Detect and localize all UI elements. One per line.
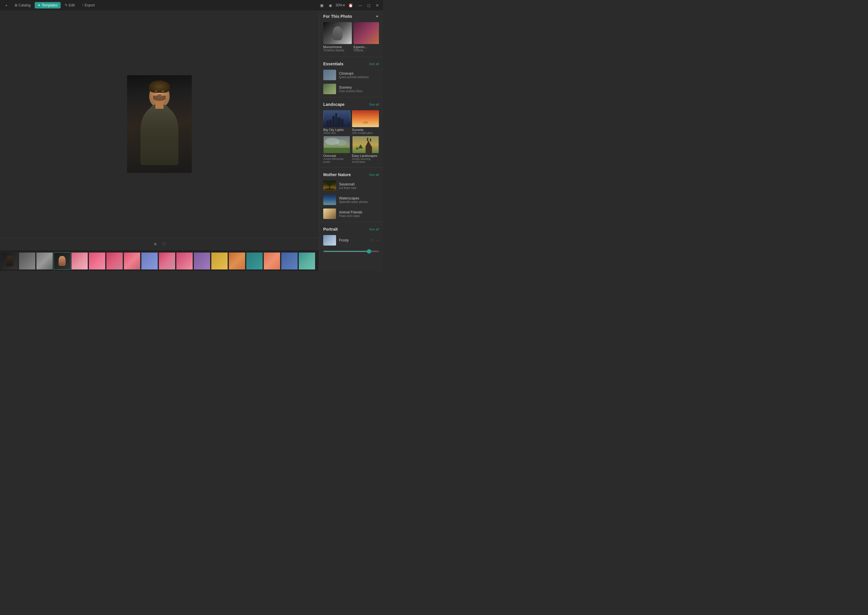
eye-icon: ◉: [329, 3, 332, 8]
close-icon: ✕: [376, 3, 379, 8]
eye-button[interactable]: ◉: [327, 2, 334, 9]
zoom-button[interactable]: 30% ▾: [335, 3, 345, 7]
filmstrip-thumb-6[interactable]: [89, 252, 106, 270]
photo-controls: ✕ ♡: [0, 238, 319, 250]
for-photo-card-monochrome[interactable]: Monochrome Timeless beauty: [323, 22, 352, 52]
clock-icon: ⏰: [348, 3, 353, 8]
waterscapes-desc: Splendid water photos: [339, 200, 379, 203]
filmstrip-thumb-12[interactable]: [193, 252, 210, 270]
star-icon[interactable]: ☆: [378, 23, 379, 27]
divider-3: [319, 167, 383, 168]
filmstrip-thumb-16[interactable]: [263, 252, 281, 270]
restore-button[interactable]: ◻: [366, 2, 372, 9]
close-button[interactable]: ✕: [374, 2, 381, 9]
landscape-see-all[interactable]: See all: [369, 103, 379, 106]
export-icon: ↑: [82, 3, 83, 7]
portrait-header: Portrait See all: [319, 223, 383, 233]
big-city-lights-card[interactable]: Big City Lights Street vibe: [323, 110, 351, 134]
big-city-lights-desc: Street vibe: [323, 131, 351, 134]
scenery-name: Scenery: [339, 86, 379, 89]
monochrome-thumbnail: [323, 22, 352, 44]
monitor-button[interactable]: ▣: [318, 2, 325, 9]
frosty-thumbnail: [323, 235, 336, 245]
favorite-button[interactable]: ♡: [162, 242, 166, 247]
catalog-button[interactable]: ⊞ Catalog: [12, 2, 34, 8]
svg-point-8: [363, 121, 368, 123]
waterscapes-item[interactable]: Waterscapes Splendid water photos: [319, 193, 383, 207]
savannah-desc: Let them roar: [339, 186, 379, 190]
filmstrip-thumb-3[interactable]: [36, 252, 53, 270]
closeups-item[interactable]: Closeups Quick portrait solutions: [319, 68, 383, 82]
frosty-more-button[interactable]: ···: [376, 239, 379, 242]
minimize-button[interactable]: —: [357, 2, 364, 9]
clock-button[interactable]: ⏰: [347, 2, 355, 9]
templates-button[interactable]: ✦ Templates: [35, 2, 61, 8]
photo-area: [0, 11, 319, 238]
mother-nature-see-all[interactable]: See all: [369, 173, 379, 176]
portrait-see-all[interactable]: See all: [369, 228, 379, 231]
right-panel: For This Photo ✦ Monochrome Timeless bea…: [319, 11, 383, 271]
svg-rect-5: [329, 120, 332, 127]
svg-rect-2: [335, 113, 337, 127]
filmstrip-thumb-8[interactable]: [123, 252, 140, 270]
for-photo-section: Monochrome Timeless beauty ☆ Experin... …: [319, 20, 383, 55]
filmstrip-thumb-13[interactable]: [211, 252, 228, 270]
frosty-info: Frosty: [339, 238, 367, 242]
easy-landscapes-card[interactable]: Easy Landscapes Simply stunning landscap…: [352, 136, 379, 163]
essentials-header: Essentials See all: [319, 58, 383, 68]
savannah-item[interactable]: Savannah Let them roar: [319, 179, 383, 193]
experimental-desc: Offbeat ...: [354, 49, 379, 52]
edit-label: Edit: [69, 3, 75, 7]
sunsets-card[interactable]: Sunsets Soft sunlight glow: [352, 110, 379, 134]
frosty-slider-container: [319, 247, 383, 256]
animal-friends-item[interactable]: Animal Friends Paws and claws: [319, 207, 383, 221]
discard-button[interactable]: ✕: [153, 242, 157, 247]
export-button[interactable]: ↑ Export: [79, 2, 98, 8]
essentials-title: Essentials: [323, 61, 343, 66]
landscape-title: Landscape: [323, 102, 344, 107]
filmstrip-thumb-7[interactable]: [106, 252, 123, 270]
scenery-item[interactable]: Scenery Fast scenery fixes: [319, 82, 383, 96]
experimental-label: Experin...: [354, 45, 379, 49]
filmstrip-thumb-2[interactable]: [19, 252, 36, 270]
filmstrip-thumb-4[interactable]: [54, 252, 70, 270]
overcast-card[interactable]: Overcast Accent elemental power: [323, 136, 351, 163]
filmstrip-thumb-17[interactable]: [281, 252, 298, 270]
scenery-desc: Fast scenery fixes: [339, 89, 379, 93]
essentials-see-all[interactable]: See all: [369, 62, 379, 66]
svg-point-23: [327, 181, 333, 186]
svg-rect-7: [352, 110, 379, 127]
experimental-thumbnail: ☆: [354, 22, 379, 44]
filmstrip-thumb-11[interactable]: [176, 252, 193, 270]
big-city-lights-thumbnail: [323, 110, 351, 127]
filmstrip-thumb-5[interactable]: [71, 252, 88, 270]
mother-nature-title: Mother Nature: [323, 172, 351, 177]
scenery-info: Scenery Fast scenery fixes: [339, 86, 379, 93]
filmstrip-thumb-18[interactable]: [298, 252, 315, 270]
filmstrip-thumb-9[interactable]: [141, 252, 158, 270]
titlebar-left: + ⊞ Catalog ✦ Templates ✎ Edit ↑ Export: [2, 2, 318, 9]
frosty-item[interactable]: Frosty ♡ ···: [319, 233, 383, 247]
divider-1: [319, 56, 383, 57]
for-this-photo-header: For This Photo ✦: [319, 11, 383, 20]
wand-icon: ✦: [376, 14, 379, 19]
easy-landscapes-thumbnail: [352, 136, 379, 153]
svg-rect-3: [338, 117, 340, 127]
filmstrip-thumb-10[interactable]: [159, 252, 176, 270]
sunsets-label: Sunsets: [352, 128, 379, 131]
overcast-label: Overcast: [323, 154, 351, 158]
filmstrip-thumb-15[interactable]: [246, 252, 263, 270]
frosty-heart-button[interactable]: ♡: [370, 238, 374, 243]
main-photo: [127, 75, 192, 173]
for-photo-card-experimental[interactable]: ☆ Experin... Offbeat ...: [354, 22, 379, 52]
filmstrip-thumb-1[interactable]: [1, 252, 18, 270]
frosty-slider[interactable]: [323, 251, 379, 252]
add-button[interactable]: +: [2, 2, 11, 9]
titlebar-right: ▣ ◉ 30% ▾ ⏰ — ◻ ✕: [318, 2, 381, 9]
minimize-icon: —: [358, 3, 362, 8]
svg-rect-6: [326, 121, 329, 127]
waterscapes-name: Waterscapes: [339, 196, 379, 200]
edit-button[interactable]: ✎ Edit: [62, 2, 78, 8]
closeups-thumbnail: [323, 70, 336, 80]
filmstrip-thumb-14[interactable]: [229, 252, 245, 270]
